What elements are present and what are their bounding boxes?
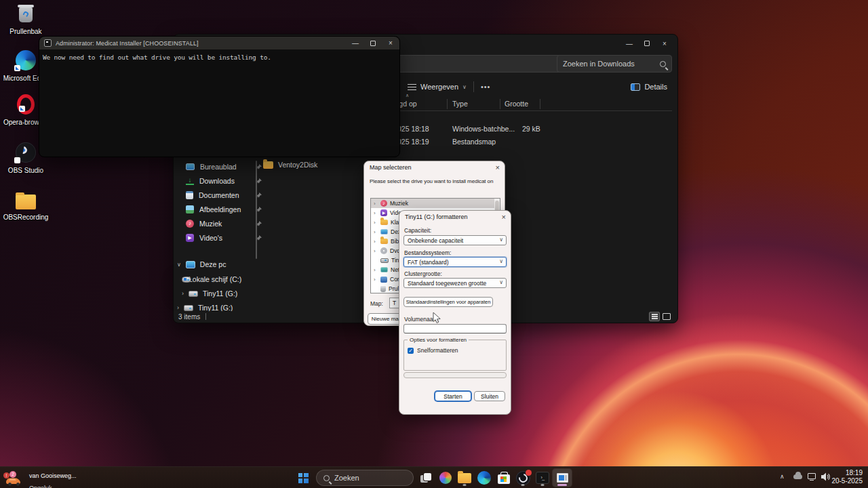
- filesystem-dropdown[interactable]: FAT (standaard) ∨: [403, 257, 507, 267]
- expand-icon[interactable]: ›: [374, 277, 378, 283]
- start-button[interactable]: Starten: [435, 391, 471, 401]
- expand-icon[interactable]: ›: [374, 248, 378, 254]
- expand-icon[interactable]: ›: [374, 201, 378, 207]
- cmd-title-bar[interactable]: Administrator: Medicat Installer [CHOOSE…: [39, 37, 399, 49]
- sidebar-scrollbar[interactable]: [256, 161, 257, 259]
- terminal-icon: ›_: [536, 472, 549, 484]
- chevron-right-icon[interactable]: ›: [177, 304, 179, 311]
- downloads-icon: ↓: [186, 177, 194, 185]
- minimize-button[interactable]: —: [347, 38, 364, 49]
- task-view-button[interactable]: [416, 469, 435, 487]
- library-icon: [380, 239, 388, 244]
- sidebar-item-tiny11-g[interactable]: › Tiny11 (G:): [182, 289, 237, 298]
- options-legend: Opties voor formatteren: [408, 337, 469, 343]
- folder-icon: [380, 220, 388, 225]
- sidebar-item-muziek[interactable]: ♪ Muziek: [186, 218, 262, 230]
- format-options-group: Opties voor formatteren ✓ Snelformattere…: [403, 340, 507, 371]
- expand-icon[interactable]: ›: [374, 229, 378, 235]
- format-window-button[interactable]: [553, 469, 572, 487]
- chevron-down-icon: ∨: [499, 258, 503, 264]
- copilot-icon: [439, 472, 452, 484]
- taskbar-clock[interactable]: 18:19 20-5-2025: [831, 469, 863, 485]
- close-dialog-button[interactable]: Sluiten: [474, 391, 505, 401]
- sidebar-item-lokale-schijf-c[interactable]: › Lokale schijf (C:): [182, 275, 241, 283]
- close-icon[interactable]: ×: [502, 213, 506, 221]
- search-icon[interactable]: [660, 61, 666, 67]
- quick-format-option[interactable]: ✓ Snelformatteren: [408, 347, 458, 354]
- column-divider[interactable]: [447, 99, 448, 109]
- column-header-size[interactable]: Grootte: [505, 100, 528, 108]
- column-divider[interactable]: [540, 99, 540, 109]
- capacity-dropdown[interactable]: Onbekende capaciteit ∨: [403, 235, 507, 245]
- cluster-size-dropdown[interactable]: Standaard toegewezen grootte ∨: [403, 278, 507, 288]
- expand-icon[interactable]: ›: [374, 239, 378, 245]
- expand-icon[interactable]: ›: [374, 220, 378, 226]
- column-divider[interactable]: [500, 99, 500, 109]
- obs-button[interactable]: [513, 469, 532, 487]
- details-view-button[interactable]: [649, 312, 660, 321]
- usb-drive-icon: [184, 305, 193, 311]
- taskbar-search[interactable]: Zoeken: [316, 470, 414, 486]
- sidebar-item-videos[interactable]: ▶ Video's: [186, 232, 262, 244]
- sidebar-item-deze-pc[interactable]: ∨ Deze pc: [177, 260, 226, 268]
- edge-button[interactable]: [475, 469, 494, 487]
- sidebar-item-afbeeldingen[interactable]: Afbeeldingen: [186, 203, 262, 216]
- sort-asc-icon: ∧: [406, 93, 409, 98]
- chevron-down-icon: ∨: [462, 84, 467, 90]
- volume-name-input[interactable]: [403, 324, 507, 333]
- checkbox-checked-icon[interactable]: ✓: [408, 348, 414, 354]
- file-item-ventoy2disk[interactable]: Ventoy2Disk: [263, 161, 317, 169]
- cmd-window-controls: — ×: [347, 38, 399, 49]
- icons-view-button[interactable]: [663, 313, 671, 320]
- device-defaults-button[interactable]: Standaardinstellingen voor apparaten: [403, 297, 493, 307]
- network-icon: [380, 267, 388, 272]
- maximize-button[interactable]: [364, 38, 382, 49]
- column-header-type[interactable]: Type: [452, 100, 468, 108]
- cluster-size-label: Clustergrootte:: [404, 270, 442, 277]
- expand-icon[interactable]: ›: [374, 210, 378, 216]
- status-divider: [205, 313, 206, 320]
- onedrive-icon[interactable]: [793, 472, 802, 479]
- cmd-icon: [44, 39, 52, 47]
- close-button[interactable]: ×: [656, 37, 673, 49]
- dialog-title: Tiny11 (G:) formatteren: [405, 214, 468, 220]
- sidebar-item-documenten[interactable]: Documenten: [186, 189, 262, 201]
- network-icon[interactable]: [808, 473, 816, 479]
- column-header-modified[interactable]: igd op: [397, 100, 417, 108]
- widgets-button[interactable]: ! 2 van Gooiseweg... Ongeluk: [4, 468, 77, 488]
- tray-expand-button[interactable]: ∧: [780, 473, 785, 480]
- minimize-button[interactable]: —: [620, 37, 638, 49]
- control-panel-icon: [380, 277, 387, 283]
- sidebar-item-bureaublad[interactable]: Bureaublad: [186, 161, 262, 173]
- widget-subtext: Ongeluk: [29, 485, 52, 488]
- store-icon: [498, 474, 510, 484]
- music-icon: ♪: [186, 220, 194, 228]
- windows-logo-icon: [298, 473, 309, 483]
- copilot-button[interactable]: [436, 469, 455, 487]
- explorer-search-box[interactable]: Zoeken in Downloads: [557, 55, 672, 73]
- videos-icon: ▶: [380, 209, 387, 216]
- file-explorer-button[interactable]: [455, 469, 474, 487]
- more-options-button[interactable]: •••: [481, 83, 491, 91]
- details-pane-button[interactable]: Details: [631, 83, 667, 91]
- format-dialog: Tiny11 (G:) formatteren × Capaciteit: On…: [399, 210, 511, 415]
- desktop-icon-obsrecording[interactable]: OBSRecording: [0, 191, 52, 221]
- expand-icon[interactable]: ›: [374, 267, 378, 273]
- chevron-expanded-icon[interactable]: ∨: [177, 262, 181, 268]
- maximize-button[interactable]: [638, 37, 656, 49]
- sidebar-item-downloads[interactable]: ↓ Downloads: [186, 175, 262, 187]
- store-button[interactable]: [494, 469, 513, 487]
- close-icon[interactable]: ×: [496, 163, 500, 171]
- edge-icon: [477, 471, 491, 485]
- search-placeholder: Zoeken in Downloads: [563, 60, 660, 68]
- usb-drive-icon: [189, 291, 198, 297]
- chevron-right-icon[interactable]: ›: [182, 290, 184, 297]
- active-indicator: [557, 484, 567, 486]
- view-menu-button[interactable]: Weergeven ∨: [408, 83, 467, 91]
- terminal-button[interactable]: ›_: [533, 469, 552, 487]
- start-button[interactable]: [294, 469, 313, 487]
- close-button[interactable]: ×: [382, 38, 399, 49]
- tree-item-muziek[interactable]: › ♪ Muziek: [371, 199, 500, 208]
- desktop-icon-recycle-bin[interactable]: Prullenbak: [0, 3, 52, 35]
- volume-icon[interactable]: [821, 472, 831, 482]
